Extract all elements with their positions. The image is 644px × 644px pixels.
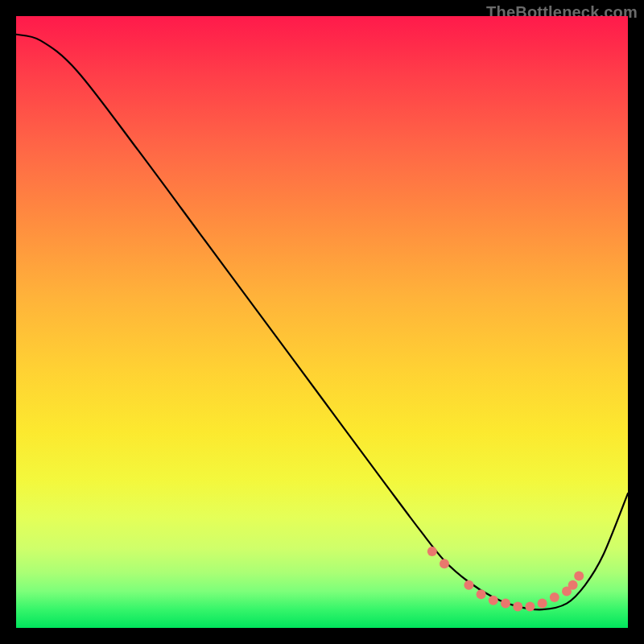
- chart-svg: [16, 16, 628, 628]
- chart-plot-area: [16, 16, 628, 628]
- chart-marker: [525, 601, 535, 611]
- chart-marker: [464, 580, 473, 590]
- chart-marker: [538, 599, 547, 609]
- chart-marker: [477, 589, 486, 599]
- chart-marker: [440, 559, 449, 568]
- chart-marker: [550, 592, 559, 602]
- chart-markers: [427, 547, 584, 611]
- chart-marker: [513, 601, 522, 611]
- chart-marker: [568, 580, 578, 590]
- chart-stage: TheBottleneck.com: [0, 0, 644, 644]
- chart-marker: [574, 571, 584, 580]
- chart-marker: [489, 596, 498, 605]
- chart-curve: [16, 35, 628, 610]
- chart-marker: [501, 599, 510, 609]
- chart-marker: [427, 547, 437, 556]
